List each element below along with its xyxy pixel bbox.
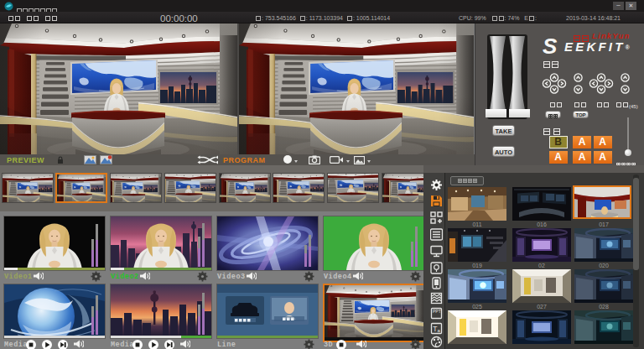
svg-text:a: a bbox=[438, 328, 441, 333]
svg-text:PPT: PPT bbox=[433, 309, 441, 314]
